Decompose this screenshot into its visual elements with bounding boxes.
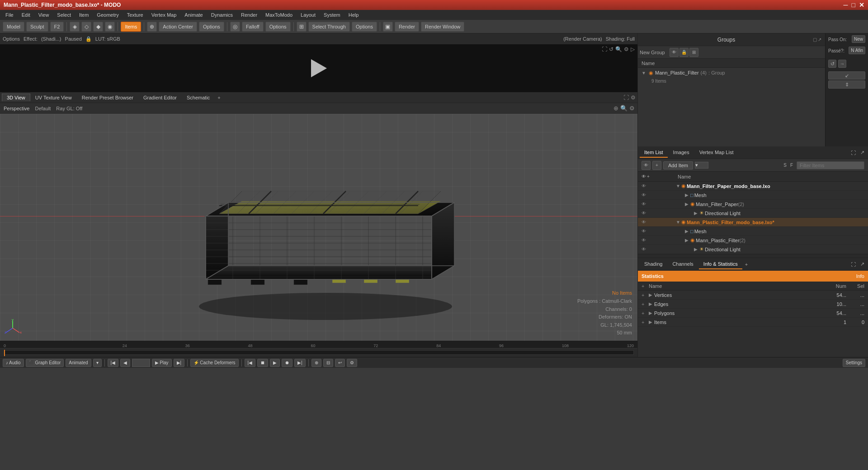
preview-expand-icon[interactable]: ▷ xyxy=(631,46,635,52)
expand-arrow-8[interactable]: ▶ xyxy=(694,247,699,252)
preview-search-icon[interactable]: 🔍 xyxy=(615,46,622,52)
menu-edit[interactable]: Edit xyxy=(18,11,34,19)
groups-expand-btn[interactable]: ▢ xyxy=(813,37,817,42)
item-row-6[interactable]: 👁 ▶ □ Mesh xyxy=(638,227,868,236)
play-preview-btn[interactable] xyxy=(307,57,330,80)
mode-model-btn[interactable]: Model xyxy=(3,22,24,32)
animated-btn[interactable]: Animated xyxy=(66,359,91,367)
settings-btn[interactable]: Settings xyxy=(843,359,865,367)
eye-icon-3[interactable]: 👁 xyxy=(640,200,648,208)
item-list-scrollbar[interactable] xyxy=(638,254,868,258)
go-start-btn[interactable]: |◀ xyxy=(108,359,119,367)
next-frame-btn[interactable]: ▶| xyxy=(174,359,185,367)
maximize-btn[interactable]: □ xyxy=(852,1,855,9)
stats-arrow-polygons[interactable]: ▶ xyxy=(649,310,654,315)
tab-info-stats[interactable]: Info & Statistics xyxy=(699,259,742,269)
close-btn[interactable]: ✕ xyxy=(859,1,864,9)
menu-animate[interactable]: Animate xyxy=(181,11,206,19)
falloff-options-btn[interactable]: Options xyxy=(265,22,291,32)
eye-icon-8[interactable]: 👁 xyxy=(640,245,648,254)
tool-btn-2[interactable]: ◇ xyxy=(81,22,91,32)
expand-arrow-6[interactable]: ▶ xyxy=(685,229,690,234)
cache-deformers-btn[interactable]: ⚡ Cache Deformers xyxy=(190,359,238,367)
tab-3d-view[interactable]: 3D View xyxy=(2,94,30,101)
tab-images[interactable]: Images xyxy=(669,148,694,158)
tool-btn-3[interactable]: ◆ xyxy=(93,22,103,32)
tab-uv-texture[interactable]: UV Texture View xyxy=(30,94,77,101)
extra-btn-4[interactable]: ⚙ xyxy=(347,359,357,367)
item-row-5[interactable]: 👁 ▼ ◉ Mann_Plastic_Filter_modo_base.lxo* xyxy=(638,218,868,227)
pass-forward-btn[interactable]: → xyxy=(838,60,846,68)
tab-shading[interactable]: Shading xyxy=(640,259,667,269)
menu-item[interactable]: Item xyxy=(75,11,92,19)
menu-select[interactable]: Select xyxy=(53,11,75,19)
menu-geometry[interactable]: Geometry xyxy=(93,11,122,19)
tab-channels[interactable]: Channels xyxy=(668,259,698,269)
expand-arrow-7[interactable]: ▶ xyxy=(685,238,690,243)
vp-orbit-icon[interactable]: ⊕ xyxy=(613,105,618,112)
pass-new-btn[interactable]: New xyxy=(852,35,865,43)
il-add-btn[interactable]: + xyxy=(652,161,661,170)
preview-zoom-icon[interactable]: ⛶ xyxy=(602,46,607,52)
stats-arrow-edges[interactable]: ▶ xyxy=(649,301,654,306)
pass-extra-1[interactable]: ↙ xyxy=(828,71,865,80)
render-window-btn[interactable]: Render Window xyxy=(421,22,464,32)
vp-settings-icon[interactable]: ⚙ xyxy=(631,94,636,101)
stats-plus-polygons[interactable]: + xyxy=(642,310,649,316)
action-center-options-btn[interactable]: Options xyxy=(199,22,224,32)
stats-row-vertices[interactable]: + ▶ Vertices 54... ... xyxy=(638,291,868,300)
extra-btn-1[interactable]: ⊕ xyxy=(311,359,321,367)
menu-maxtomodo[interactable]: MaxToModo xyxy=(262,11,296,19)
item-row-3[interactable]: 👁 ▶ ◉ Mann_Filter_Paper (2) xyxy=(638,200,868,209)
stats-row-polygons[interactable]: + ▶ Polygons 54... ... xyxy=(638,309,868,318)
eye-icon-1[interactable]: 👁 xyxy=(640,182,648,190)
add-tab-btn[interactable]: + xyxy=(215,94,223,101)
items-btn[interactable]: Items xyxy=(121,22,141,32)
titlebar-controls[interactable]: ─ □ ✕ xyxy=(844,1,864,9)
item-row-2[interactable]: 👁 ▶ □ Mesh xyxy=(638,191,868,200)
menu-system[interactable]: System xyxy=(320,11,344,19)
vp-gear-icon[interactable]: ⚙ xyxy=(629,105,635,112)
item-row-8[interactable]: 👁 ▶ ☀ Directional Light xyxy=(638,245,868,254)
extra-btn-2[interactable]: ⊟ xyxy=(323,359,333,367)
pass-refresh-btn[interactable]: ↺ xyxy=(828,60,836,68)
expand-arrow-2[interactable]: ▶ xyxy=(685,193,690,197)
mode-sculpt-btn[interactable]: Sculpt xyxy=(26,22,48,32)
item-row-1[interactable]: 👁 ▼ ◉ Mann_Filter_Paper_modo_base.lxo xyxy=(638,182,868,191)
item-list-expand-icon[interactable]: ⛶ xyxy=(849,148,858,157)
eye-icon-2[interactable]: 👁 xyxy=(640,191,648,199)
groups-eye-btn[interactable]: 👁 xyxy=(670,48,679,57)
group-expand-icon[interactable]: ▼ xyxy=(642,70,647,75)
vp-expand-icon[interactable]: ⛶ xyxy=(623,94,629,101)
il-eye-btn[interactable]: 👁 xyxy=(642,161,651,170)
animated-dropdown[interactable]: ▾ xyxy=(93,359,102,367)
menu-layout[interactable]: Layout xyxy=(297,11,319,19)
render-btn[interactable]: Render xyxy=(395,22,419,32)
prev-frame-btn[interactable]: ◀ xyxy=(120,359,130,367)
stats-detach-icon[interactable]: ↗ xyxy=(859,259,866,269)
menu-render[interactable]: Render xyxy=(237,11,261,19)
select-through-icon[interactable]: ⊞ xyxy=(297,22,307,32)
vp-zoom-icon[interactable]: 🔍 xyxy=(620,105,627,112)
menu-file[interactable]: File xyxy=(2,11,17,19)
stats-add-icon[interactable]: + xyxy=(743,260,750,269)
extra-btn-3[interactable]: ↩ xyxy=(335,359,345,367)
filter-items-input[interactable] xyxy=(797,161,864,169)
menu-dynamics[interactable]: Dynamics xyxy=(208,11,236,19)
stats-plus-edges[interactable]: + xyxy=(642,301,649,307)
preview-refresh-icon[interactable]: ↺ xyxy=(609,46,613,52)
tab-item-list[interactable]: Item List xyxy=(640,148,668,158)
tab-render-preset[interactable]: Render Preset Browser xyxy=(77,94,138,101)
select-through-options-btn[interactable]: Options xyxy=(352,22,377,32)
minimize-btn[interactable]: ─ xyxy=(844,1,848,9)
transport-btn-2[interactable]: ⏹ xyxy=(257,359,268,367)
transport-btn-1[interactable]: |◀ xyxy=(245,359,256,367)
eye-icon-4[interactable]: 👁 xyxy=(640,209,648,217)
group-item[interactable]: ▼ ◉ Mann_Plastic_Filter (4) : Group xyxy=(638,68,825,78)
eye-icon-5[interactable]: 👁 xyxy=(640,218,648,226)
audio-btn[interactable]: ♪ Audio xyxy=(3,359,24,367)
stats-plus-vertices[interactable]: + xyxy=(642,292,649,298)
stats-arrow-vertices[interactable]: ▶ xyxy=(649,292,654,297)
expand-arrow-1[interactable]: ▼ xyxy=(676,183,681,188)
groups-detach-btn[interactable]: ↗ xyxy=(818,37,821,42)
